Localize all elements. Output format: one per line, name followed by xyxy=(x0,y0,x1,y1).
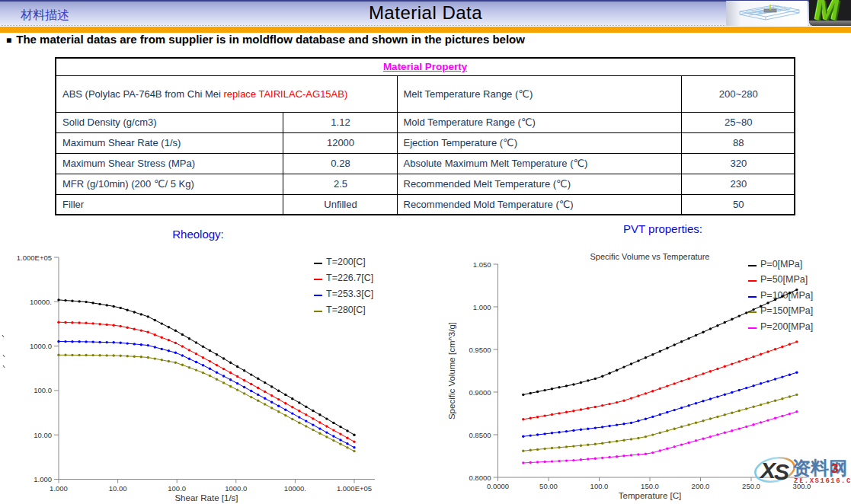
series-P=0[MPa] xyxy=(522,289,798,396)
series-P=150[MPa] xyxy=(522,394,798,452)
property-label: Maximum Shear Stress (MPa) xyxy=(56,153,283,174)
moldflow-logo: M xyxy=(809,0,851,26)
slide: 材料描述 Material Data M ■The material datas… xyxy=(0,0,851,504)
property-label: Maximum Shear Rate (1/s) xyxy=(56,132,283,153)
property-label: Mold Temperature Range (℃) xyxy=(397,112,681,132)
property-value: Unfilled xyxy=(283,194,397,215)
property-value: 1.12 xyxy=(283,112,397,132)
svg-text:1.000: 1.000 xyxy=(50,484,68,493)
series-T=280[C] xyxy=(57,354,355,453)
property-value: 230 xyxy=(681,174,795,194)
rheology-chart-svg: 1.00010.00100.01000.010000.1.000E+051.00… xyxy=(0,244,415,504)
material-name-cell: ABS (Polylac PA-764B from Chi Mei replac… xyxy=(56,75,397,112)
material-property-table: Material Property ABS (Polylac PA-764B f… xyxy=(55,57,795,215)
property-value: 12000 xyxy=(283,132,397,153)
svg-text:1.000: 1.000 xyxy=(473,303,491,311)
property-label: Solid Density (g/cm3) xyxy=(56,112,283,132)
property-value: 0.28 xyxy=(283,153,397,174)
logo-strip xyxy=(809,21,851,26)
page-number: 3 xyxy=(831,461,838,477)
svg-text:100.0: 100.0 xyxy=(34,386,52,394)
svg-text:50.00: 50.00 xyxy=(539,482,558,490)
logo-letter-s: S xyxy=(774,459,789,484)
svg-text:0.8000: 0.8000 xyxy=(469,474,491,482)
svg-text:1.000: 1.000 xyxy=(34,475,52,483)
watermark-site-url: ZL.XS1616.COM xyxy=(794,477,851,485)
svg-text:Temperature [C]: Temperature [C] xyxy=(619,491,681,500)
bullet-text: The material datas are from supplier is … xyxy=(16,33,525,46)
series-P=100[MPa] xyxy=(522,372,798,438)
property-value: 200~280 xyxy=(681,75,795,112)
svg-text:100.0: 100.0 xyxy=(590,482,609,490)
svg-text:1.050: 1.050 xyxy=(473,260,491,269)
svg-text:1.000E+05: 1.000E+05 xyxy=(17,254,52,262)
svg-text:10000.: 10000. xyxy=(30,298,52,306)
pvt-chart-title: PVT properties: xyxy=(503,222,823,235)
table-row: Maximum Shear Stress (MPa) 0.28 Absolute… xyxy=(56,153,795,174)
svg-text:10.00: 10.00 xyxy=(34,431,52,439)
table-row: Filler Unfilled Recommended Mold Tempera… xyxy=(56,194,795,215)
svg-text:1000.0: 1000.0 xyxy=(30,342,52,350)
table-header-row: Material Property xyxy=(56,58,795,75)
svg-text:10000.: 10000. xyxy=(284,484,306,493)
property-label: Ejection Temperature (℃) xyxy=(397,132,681,153)
series-T=226.7[C] xyxy=(57,321,355,443)
property-value: 50 xyxy=(681,194,795,215)
orange-divider-bar xyxy=(0,27,851,33)
property-value: 320 xyxy=(681,153,795,174)
svg-text:1000.0: 1000.0 xyxy=(225,484,247,493)
property-label: Recommended Melt Temperature (℃) xyxy=(397,174,681,194)
svg-text:Shear Rate [1/s]: Shear Rate [1/s] xyxy=(174,493,238,502)
wireframe-drawing xyxy=(726,1,808,26)
material-name-replacement: replace TAIRILAC-AG15AB) xyxy=(223,88,347,100)
property-label: Recommended Mold Temperature (℃) xyxy=(397,194,681,215)
table-title: Material Property xyxy=(56,58,795,75)
header-band: 材料描述 Material Data xyxy=(0,0,851,26)
svg-text:0.8500: 0.8500 xyxy=(469,431,491,439)
bullet-square-icon: ■ xyxy=(6,35,11,46)
material-name: ABS (Polylac PA-764B from Chi Mei xyxy=(62,88,223,100)
svg-text:0.9500: 0.9500 xyxy=(469,346,491,354)
svg-text:0.9000: 0.9000 xyxy=(469,388,491,397)
bullet-line: ■The material datas are from supplier is… xyxy=(6,33,768,46)
svg-text:1.000E+05: 1.000E+05 xyxy=(337,484,372,493)
property-value: 25~80 xyxy=(681,112,795,132)
svg-text:0.0000: 0.0000 xyxy=(487,482,509,490)
series-T=253.3[C] xyxy=(57,340,355,449)
part-wireframe-thumbnail xyxy=(726,1,808,26)
property-label: MFR (g/10min) (200 ℃/ 5 Kg) xyxy=(56,174,283,194)
page-title: Material Data xyxy=(0,2,851,24)
table-row: MFR (g/10min) (200 ℃/ 5 Kg) 2.5 Recommen… xyxy=(56,174,795,194)
table-row: Solid Density (g/cm3) 1.12 Mold Temperat… xyxy=(56,112,795,132)
property-value: 88 xyxy=(681,132,795,153)
rheology-chart-title: Rheology: xyxy=(0,228,396,241)
svg-text:Specific Volume vs Temperature: Specific Volume vs Temperature xyxy=(590,252,710,261)
table-row: ABS (Polylac PA-764B from Chi Mei replac… xyxy=(56,75,795,112)
property-label: Absolute Maximum Melt Temperature (℃) xyxy=(397,153,681,174)
property-label: Melt Temperature Range (℃) xyxy=(397,75,681,112)
svg-text:100.0: 100.0 xyxy=(168,484,186,493)
property-label: Filler xyxy=(56,194,283,215)
table-row: Maximum Shear Rate (1/s) 12000 Ejection … xyxy=(56,132,795,153)
svg-text:10.00: 10.00 xyxy=(109,484,127,493)
svg-text:Specific Volume [cm^3/g]: Specific Volume [cm^3/g] xyxy=(447,322,456,419)
svg-text:200.0: 200.0 xyxy=(692,482,710,490)
property-value: 2.5 xyxy=(283,174,397,194)
svg-text:150.0: 150.0 xyxy=(641,482,659,490)
